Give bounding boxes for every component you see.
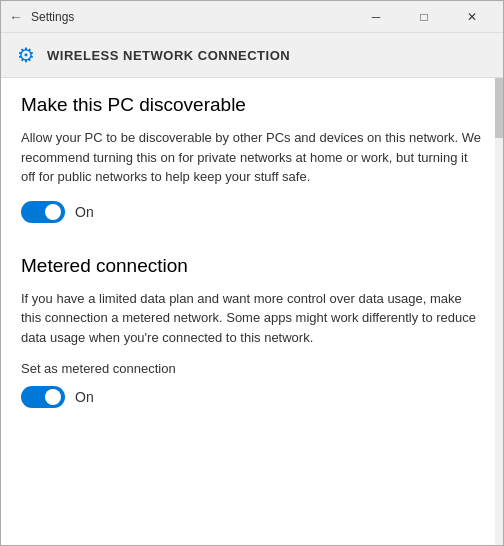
metered-toggle-knob — [45, 389, 61, 405]
title-bar: ← Settings ─ □ ✕ — [1, 1, 503, 33]
metered-title: Metered connection — [21, 255, 483, 277]
scrollbar-track — [495, 78, 503, 545]
window-title: Settings — [31, 10, 353, 24]
header-bar: ⚙ WIRELESS NETWORK CONNECTION — [1, 33, 503, 78]
metered-description: If you have a limited data plan and want… — [21, 289, 483, 348]
back-button[interactable]: ← — [9, 9, 23, 25]
metered-toggle[interactable] — [21, 386, 65, 408]
close-button[interactable]: ✕ — [449, 1, 495, 33]
discoverable-title: Make this PC discoverable — [21, 94, 483, 116]
metered-toggle-row: On — [21, 386, 483, 408]
back-icon: ← — [9, 9, 23, 25]
discoverable-toggle-label: On — [75, 204, 94, 220]
discoverable-toggle-knob — [45, 204, 61, 220]
discoverable-toggle[interactable] — [21, 201, 65, 223]
section-divider — [21, 231, 483, 255]
gear-icon: ⚙ — [17, 43, 35, 67]
window-controls: ─ □ ✕ — [353, 1, 495, 33]
maximize-button[interactable]: □ — [401, 1, 447, 33]
scrollbar-thumb[interactable] — [495, 78, 503, 138]
minimize-button[interactable]: ─ — [353, 1, 399, 33]
settings-window: ← Settings ─ □ ✕ ⚙ WIRELESS NETWORK CONN… — [0, 0, 504, 546]
discoverable-toggle-row: On — [21, 201, 483, 223]
set-as-metered-label: Set as metered connection — [21, 361, 483, 376]
content-area: Make this PC discoverable Allow your PC … — [1, 78, 503, 545]
metered-toggle-label: On — [75, 389, 94, 405]
discoverable-description: Allow your PC to be discoverable by othe… — [21, 128, 483, 187]
page-title: WIRELESS NETWORK CONNECTION — [47, 48, 290, 63]
